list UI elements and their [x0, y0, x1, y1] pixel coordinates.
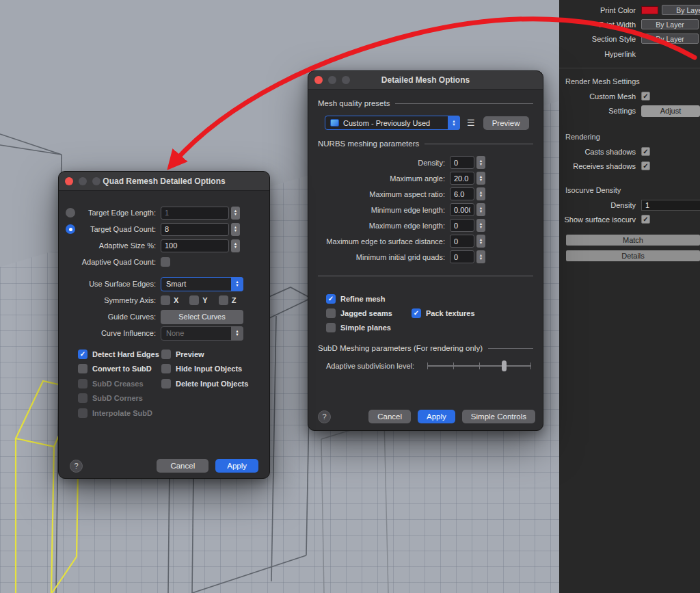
print-width-value-button[interactable]: By Layer [641, 19, 699, 29]
cancel-button[interactable]: Cancel [368, 410, 411, 423]
cancel-button[interactable]: Cancel [157, 459, 208, 473]
use-surface-edges-dropdown[interactable]: Smart [161, 277, 243, 291]
target-edge-length-radio[interactable] [66, 208, 75, 218]
min-grid-quads-input[interactable] [450, 250, 474, 263]
convert-to-subd-checkbox[interactable] [78, 364, 88, 373]
detect-hard-edges-checkbox[interactable] [78, 350, 88, 359]
adjust-button[interactable]: Adjust [641, 105, 700, 117]
symmetry-x-checkbox[interactable] [161, 295, 170, 305]
adaptive-subdivision-slider[interactable] [427, 359, 530, 373]
slider-tick [479, 363, 480, 369]
mesh-preset-value: Custom - Previously Used [343, 119, 430, 127]
minimize-button[interactable] [79, 177, 87, 185]
close-button[interactable] [314, 76, 323, 84]
density-row: Density [559, 198, 700, 212]
details-button[interactable]: Details [566, 250, 700, 261]
quad-dialog-titlebar[interactable]: Quad Remesh Detailed Options [59, 172, 269, 191]
preview-label: Preview [176, 350, 204, 358]
value-stepper[interactable] [476, 219, 485, 232]
simple-planes-label: Simple planes [340, 324, 391, 332]
param-row: Maximum edge to surface distance: [318, 233, 485, 249]
print-color-value-button[interactable]: By Layer [662, 5, 700, 15]
symmetry-z-checkbox[interactable] [219, 295, 228, 305]
hide-input-objects-checkbox[interactable] [161, 364, 171, 373]
preview-button[interactable]: Preview [483, 116, 529, 130]
value-stepper[interactable] [476, 187, 485, 200]
show-isocurve-label: Show surface isocurv [559, 215, 641, 224]
target-edge-length-input[interactable] [161, 207, 229, 220]
density-input[interactable] [641, 200, 700, 211]
adaptive-quad-count-checkbox[interactable] [161, 257, 170, 267]
axis-z-label: Z [232, 296, 237, 304]
mesh-preset-dropdown[interactable]: Custom - Previously Used [325, 116, 460, 130]
value-stepper[interactable] [476, 250, 485, 263]
mesh-quality-presets-section: Mesh quality presets [318, 99, 533, 107]
target-quad-count-input[interactable] [161, 223, 229, 236]
section-style-label: Section Style [559, 35, 641, 43]
delete-input-objects-checkbox[interactable] [161, 379, 171, 388]
mesh-dialog-titlebar[interactable]: Detailed Mesh Options [308, 71, 543, 90]
preview-checkbox[interactable] [161, 350, 171, 359]
simple-controls-button[interactable]: Simple Controls [462, 410, 535, 423]
value-stepper[interactable] [476, 203, 485, 216]
value-stepper[interactable] [476, 172, 485, 185]
max-edge-surface-distance-input[interactable] [450, 235, 474, 248]
show-isocurve-checkbox[interactable] [641, 215, 650, 224]
dropdown-arrows-icon [448, 116, 460, 130]
simple-planes-checkbox[interactable] [326, 323, 336, 332]
curve-influence-row: Curve Influence: None [59, 325, 269, 341]
help-button[interactable]: ? [70, 460, 83, 473]
max-edge-length-input[interactable] [450, 219, 474, 232]
target-quad-count-row: Target Quad Count: [59, 221, 269, 237]
symmetry-axis-row: Symmetry Axis: X Y Z [59, 292, 269, 308]
apply-button[interactable]: Apply [215, 459, 258, 473]
close-button[interactable] [65, 177, 73, 185]
target-quad-stepper[interactable] [231, 223, 240, 236]
jagged-seams-checkbox[interactable] [326, 308, 336, 318]
match-button[interactable]: Match [566, 235, 700, 246]
section-style-value-button[interactable]: By Layer [641, 34, 699, 44]
target-quad-count-radio[interactable] [66, 224, 75, 234]
param-row: Maximum angle: [318, 170, 485, 186]
adaptive-size-input[interactable] [161, 239, 229, 252]
symmetry-axis-label: Symmetry Axis: [81, 296, 156, 304]
print-width-label: Print Width [559, 21, 641, 29]
apply-button[interactable]: Apply [418, 410, 455, 423]
zoom-button[interactable] [342, 76, 350, 84]
interpolate-subd-checkbox[interactable] [78, 408, 88, 418]
hide-input-objects-label: Hide Input Objects [176, 365, 242, 373]
refine-mesh-checkbox[interactable] [326, 294, 336, 304]
max-angle-input[interactable] [450, 172, 474, 185]
max-aspect-ratio-input[interactable] [450, 187, 474, 200]
adaptive-size-stepper[interactable] [231, 239, 240, 252]
min-edge-length-input[interactable] [450, 203, 474, 216]
symmetry-y-checkbox[interactable] [189, 295, 199, 305]
box-edge [0, 145, 62, 155]
custom-mesh-checkbox[interactable] [641, 92, 650, 101]
select-curves-button[interactable]: Select Curves [161, 310, 243, 324]
minimize-button[interactable] [328, 76, 336, 84]
receives-shadows-checkbox[interactable] [641, 161, 650, 170]
target-edge-stepper[interactable] [231, 207, 240, 220]
density-param-input[interactable] [450, 156, 474, 169]
zoom-button[interactable] [92, 177, 100, 185]
param-label: Maximum aspect ratio: [369, 190, 445, 198]
pack-textures-label: Pack textures [426, 309, 475, 317]
subd-creases-checkbox[interactable] [78, 379, 88, 388]
subd-corners-checkbox[interactable] [78, 393, 88, 403]
value-stepper[interactable] [476, 235, 485, 248]
mesh-preset-icon [330, 119, 339, 127]
adaptive-subdivision-label: Adaptive subdivision level: [326, 362, 414, 370]
preset-menu-icon[interactable] [467, 118, 475, 127]
checkbox-row: SubD Corners [78, 391, 269, 406]
slider-handle[interactable] [502, 360, 507, 371]
casts-shadows-checkbox[interactable] [641, 147, 650, 156]
curve-influence-value: None [166, 329, 184, 337]
value-stepper[interactable] [476, 156, 485, 169]
curve-influence-dropdown[interactable]: None [161, 326, 243, 341]
print-color-swatch[interactable] [641, 6, 658, 14]
pack-textures-checkbox[interactable] [412, 308, 421, 318]
help-button[interactable]: ? [318, 410, 331, 423]
custom-mesh-label: Custom Mesh [559, 92, 641, 101]
nurbs-parameters-section: NURBS meshing parameters [318, 140, 533, 148]
